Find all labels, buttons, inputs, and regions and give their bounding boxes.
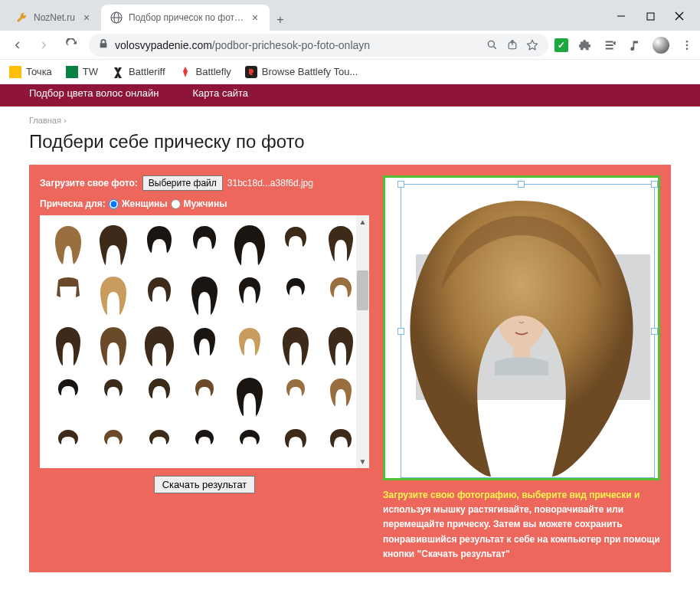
svg-line-8 — [494, 46, 496, 48]
preview-canvas[interactable] — [383, 175, 660, 480]
bookmark-battlefly[interactable]: Battlefly — [179, 66, 231, 78]
hairstyle-option[interactable] — [182, 221, 226, 269]
hairstyle-option[interactable] — [46, 373, 90, 421]
bookmark-icon — [66, 66, 78, 78]
extension-puzzle-icon[interactable] — [579, 38, 593, 52]
hairstyle-option[interactable] — [228, 323, 272, 370]
maximize-icon[interactable] — [645, 11, 656, 21]
site-navigation: Подбор цвета волос онлайн Карта сайта — [0, 84, 700, 106]
hairstyle-option[interactable] — [273, 424, 317, 468]
svg-rect-4 — [647, 13, 654, 20]
extension-list-icon[interactable] — [604, 38, 617, 52]
bookmark-icon — [112, 66, 124, 78]
svg-point-7 — [488, 41, 494, 47]
gender-male-radio[interactable] — [171, 199, 181, 209]
globe-icon — [110, 11, 123, 24]
gender-female-label: Женщины — [122, 198, 168, 209]
hairstyle-option[interactable] — [273, 221, 317, 269]
hairstyle-option[interactable] — [46, 221, 90, 269]
menu-icon[interactable] — [680, 38, 694, 52]
hairstyle-option[interactable] — [137, 373, 181, 421]
hairstyle-option[interactable] — [228, 272, 272, 319]
hairstyle-overlay[interactable] — [391, 193, 652, 480]
bookmark-icon — [245, 66, 257, 78]
hairstyle-option[interactable] — [182, 323, 226, 370]
hairstyle-option[interactable] — [182, 373, 226, 421]
bookmark-battleriff[interactable]: Battleriff — [112, 66, 165, 78]
instructions-text: Загрузите свою фотографию, выберите вид … — [383, 488, 660, 562]
scroll-down-icon[interactable]: ▼ — [356, 455, 369, 468]
nav-link[interactable]: Карта сайта — [193, 87, 248, 99]
url-text: volosvypadenie.com/podbor-prichesok-po-f… — [115, 39, 479, 51]
download-result-button[interactable]: Скачать результат — [154, 476, 256, 493]
hairstyle-option[interactable] — [46, 424, 90, 468]
svg-rect-14 — [66, 66, 78, 78]
back-button[interactable] — [6, 34, 28, 56]
bookmark-tw[interactable]: TW — [66, 66, 98, 78]
hairstyle-option[interactable] — [273, 272, 317, 319]
hairstyle-option[interactable] — [228, 373, 272, 421]
scroll-up-icon[interactable]: ▲ — [356, 215, 369, 228]
resize-handle[interactable] — [397, 181, 404, 188]
hairstyle-option[interactable] — [137, 424, 181, 468]
scrollbar-thumb[interactable] — [357, 270, 368, 310]
bookmark-label: TW — [83, 66, 98, 77]
hairstyle-option[interactable] — [91, 424, 135, 468]
address-bar[interactable]: volosvypadenie.com/podbor-prichesok-po-f… — [89, 34, 548, 57]
bookmark-label: Battleriff — [129, 66, 165, 77]
share-icon[interactable] — [505, 39, 519, 51]
bookmark-label: Browse Battlefy Tou... — [262, 66, 358, 77]
hairstyle-option[interactable] — [137, 221, 181, 269]
resize-handle[interactable] — [651, 328, 658, 335]
bookmark-battlefy[interactable]: Browse Battlefy Tou... — [245, 66, 358, 78]
svg-rect-13 — [9, 66, 21, 78]
gallery-scrollbar[interactable]: ▲ ▼ — [356, 215, 369, 468]
tab-title: NozNet.ru — [34, 12, 75, 23]
tab-title: Подбор причесок по фото онл — [129, 12, 244, 23]
new-tab-button[interactable]: + — [270, 9, 291, 31]
bookmark-label: Точка — [26, 66, 52, 77]
resize-handle[interactable] — [397, 328, 404, 335]
hairstyle-option[interactable] — [46, 323, 90, 370]
profile-avatar[interactable] — [653, 37, 669, 54]
hairstyle-option[interactable] — [182, 424, 226, 468]
upload-label: Загрузите свое фото: — [40, 178, 138, 188]
hairstyle-option[interactable] — [137, 272, 181, 319]
hairstyle-option[interactable] — [91, 221, 135, 269]
minimize-icon[interactable] — [616, 11, 626, 21]
gender-female-radio[interactable] — [109, 199, 119, 209]
hairstyle-option[interactable] — [137, 323, 181, 370]
hairstyle-gallery — [40, 215, 369, 468]
nav-link[interactable]: Подбор цвета волос онлайн — [29, 87, 159, 99]
hairstyle-option[interactable] — [91, 323, 135, 370]
hairstyle-option[interactable] — [182, 272, 226, 319]
star-icon[interactable] — [525, 39, 539, 51]
bookmark-icon — [179, 66, 191, 78]
hairstyle-option[interactable] — [91, 373, 135, 421]
hairstyle-option[interactable] — [228, 221, 272, 269]
close-icon[interactable]: × — [81, 12, 92, 23]
hairstyle-option[interactable] — [91, 272, 135, 319]
close-icon[interactable]: × — [250, 12, 260, 23]
svg-point-11 — [686, 44, 689, 46]
hairstyle-option[interactable] — [46, 272, 90, 319]
extension-music-icon[interactable] — [628, 38, 642, 52]
reload-button[interactable] — [61, 34, 83, 56]
breadcrumb-home[interactable]: Главная — [29, 116, 61, 125]
tab-active[interactable]: Подбор причесок по фото онл × — [101, 5, 270, 31]
forward-button[interactable] — [34, 34, 55, 56]
extension-adblock-icon[interactable]: ✓ — [554, 38, 568, 52]
choose-file-button[interactable]: Выберите файл — [142, 175, 223, 191]
svg-point-10 — [686, 40, 689, 42]
window-close-icon[interactable] — [674, 11, 685, 21]
resize-handle[interactable] — [651, 181, 658, 188]
search-in-page-icon[interactable] — [486, 39, 499, 51]
svg-point-12 — [686, 48, 689, 50]
hairstyle-option[interactable] — [273, 373, 317, 421]
hairstyle-option[interactable] — [228, 424, 272, 468]
selected-file-name: 31bc18d...a38f6d.jpg — [227, 178, 313, 188]
bookmark-tochka[interactable]: Точка — [9, 66, 52, 78]
resize-handle[interactable] — [518, 181, 525, 188]
tab-noznet[interactable]: NozNet.ru × — [6, 5, 101, 31]
hairstyle-option[interactable] — [273, 323, 317, 370]
